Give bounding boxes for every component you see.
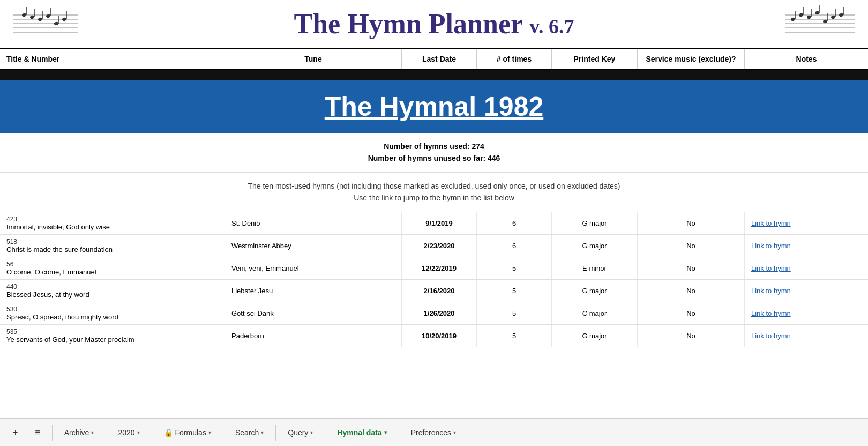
svg-point-30: [822, 19, 827, 24]
svg-point-22: [790, 17, 795, 21]
stats-unused: Number of hymns unused so far: 446: [8, 152, 860, 164]
hymn-title-cell: 423 Immortal, invisible, God only wise: [0, 212, 225, 234]
hymn-date-cell: 1/26/2020: [402, 302, 477, 324]
table-area[interactable]: The Hymnal 1982 Number of hymns used: 27…: [0, 80, 868, 418]
hymn-date-cell: 2/23/2020: [402, 235, 477, 257]
hymn-key-cell: C major: [552, 302, 638, 324]
hymn-key-cell: E minor: [552, 257, 638, 279]
hymn-link[interactable]: Link to hymn: [751, 309, 862, 317]
hymn-tune-cell: Liebster Jesu: [225, 280, 402, 302]
hymn-key: C major: [582, 309, 607, 317]
description-line1: The ten most-used hymns (not including t…: [8, 180, 860, 192]
formulas-button[interactable]: 🔒 Formulas ▾: [156, 425, 219, 440]
formulas-label: Formulas: [175, 428, 206, 437]
add-icon: +: [13, 428, 18, 437]
hymn-service-cell: No: [638, 212, 745, 234]
preferences-label: Preferences: [411, 428, 451, 437]
hymnal-data-label: Hymnal data: [337, 428, 381, 437]
header-title-area: The Hymn Planner v. 6.7: [294, 8, 574, 40]
archive-button[interactable]: Archive ▾: [57, 425, 102, 440]
hymn-service: No: [686, 219, 695, 227]
hymn-number: 56: [6, 261, 218, 268]
col-tune: Tune: [225, 49, 402, 69]
hymn-times-cell: 5: [477, 257, 552, 279]
archive-arrow-icon: ▾: [91, 429, 94, 435]
col-printed-key: Printed Key: [552, 49, 638, 69]
hymn-key-cell: G major: [552, 212, 638, 234]
divider-7: [399, 425, 399, 441]
toolbar: + ≡ Archive ▾ 2020 ▾ 🔒 Formulas ▾ Search…: [0, 418, 868, 446]
col-service-music: Service music (exclude)?: [638, 49, 745, 69]
hymn-link[interactable]: Link to hymn: [751, 332, 862, 340]
hymn-date: 9/1/2019: [425, 219, 453, 227]
hymn-tune: Paderborn: [231, 332, 395, 340]
hymn-tune-cell: Westminster Abbey: [225, 235, 402, 257]
hymnal-title: The Hymnal 1982: [11, 91, 857, 122]
table-row: 423 Immortal, invisible, God only wise S…: [0, 212, 868, 235]
hymn-times-cell: 6: [477, 212, 552, 234]
divider-5: [275, 425, 276, 441]
query-button[interactable]: Query ▾: [280, 425, 320, 440]
hymn-link[interactable]: Link to hymn: [751, 242, 862, 250]
hymn-tune: Westminster Abbey: [231, 242, 395, 250]
column-headers: Title & Number Tune Last Date # of times…: [0, 48, 868, 70]
hymn-date: 2/23/2020: [424, 242, 455, 250]
hymn-link-cell[interactable]: Link to hymn: [745, 257, 868, 279]
hymn-number: 423: [6, 215, 218, 223]
table-row: 530 Spread, O spread, thou mighty word G…: [0, 302, 868, 325]
svg-point-15: [62, 17, 66, 21]
hymn-date: 10/20/2019: [422, 332, 457, 340]
hymn-service: No: [686, 264, 695, 272]
hymn-title-cell: 518 Christ is made the sure foundation: [0, 235, 225, 257]
hymn-name: Christ is made the sure foundation: [6, 246, 218, 254]
divider-2: [106, 425, 106, 441]
hymn-title-cell: 530 Spread, O spread, thou mighty word: [0, 302, 225, 324]
stats-used: Number of hymns used: 274: [8, 140, 860, 152]
hymn-number: 518: [6, 238, 218, 246]
hymn-times: 5: [512, 264, 516, 272]
hymn-date: 2/16/2020: [424, 287, 455, 295]
search-label: Search: [235, 428, 259, 437]
description-line2: Use the link to jump to the hymn in the …: [8, 192, 860, 204]
svg-point-11: [46, 14, 50, 18]
hymn-name: O come, O come, Emmanuel: [6, 268, 218, 276]
hymn-link[interactable]: Link to hymn: [751, 287, 862, 295]
hymn-times: 6: [512, 219, 516, 227]
hymn-date-cell: 10/20/2019: [402, 325, 477, 347]
search-button[interactable]: Search ▾: [228, 425, 271, 440]
hymn-times-cell: 5: [477, 280, 552, 302]
hymn-key-cell: G major: [552, 280, 638, 302]
hymn-link[interactable]: Link to hymn: [751, 264, 862, 272]
hymn-link-cell[interactable]: Link to hymn: [745, 325, 868, 347]
hymn-link-cell[interactable]: Link to hymn: [745, 302, 868, 324]
preferences-button[interactable]: Preferences ▾: [403, 425, 463, 440]
hymn-date-cell: 9/1/2019: [402, 212, 477, 234]
hymn-service-cell: No: [638, 280, 745, 302]
list-button[interactable]: ≡: [27, 425, 47, 441]
hymn-link-cell[interactable]: Link to hymn: [745, 235, 868, 257]
description-section: The ten most-used hymns (not including t…: [0, 173, 868, 212]
divider-4: [223, 425, 223, 441]
app-title: The Hymn Planner v. 6.7: [294, 9, 574, 39]
hymnal-data-button[interactable]: Hymnal data ▾: [330, 425, 394, 440]
svg-point-26: [806, 15, 811, 19]
hymn-link-cell[interactable]: Link to hymn: [745, 280, 868, 302]
hymn-key: G major: [582, 332, 607, 340]
hymn-times: 5: [512, 309, 516, 317]
year-button[interactable]: 2020 ▾: [110, 425, 147, 440]
hymn-link-cell[interactable]: Link to hymn: [745, 212, 868, 234]
hymn-title-cell: 56 O come, O come, Emmanuel: [0, 257, 225, 279]
lock-icon: 🔒: [164, 428, 173, 437]
table-row: 440 Blessed Jesus, at thy word Liebster …: [0, 280, 868, 302]
add-button[interactable]: +: [5, 425, 25, 441]
hymn-link[interactable]: Link to hymn: [751, 219, 862, 227]
hymn-tune-cell: Gott sei Dank: [225, 302, 402, 324]
hymn-times: 5: [512, 332, 516, 340]
hymn-key: G major: [582, 219, 607, 227]
hymn-service-cell: No: [638, 235, 745, 257]
hymnal-title-section: The Hymnal 1982: [0, 80, 868, 133]
divider-3: [152, 425, 152, 441]
hymn-service-cell: No: [638, 325, 745, 347]
hymn-times-cell: 5: [477, 302, 552, 324]
hymn-name: Blessed Jesus, at thy word: [6, 291, 218, 299]
